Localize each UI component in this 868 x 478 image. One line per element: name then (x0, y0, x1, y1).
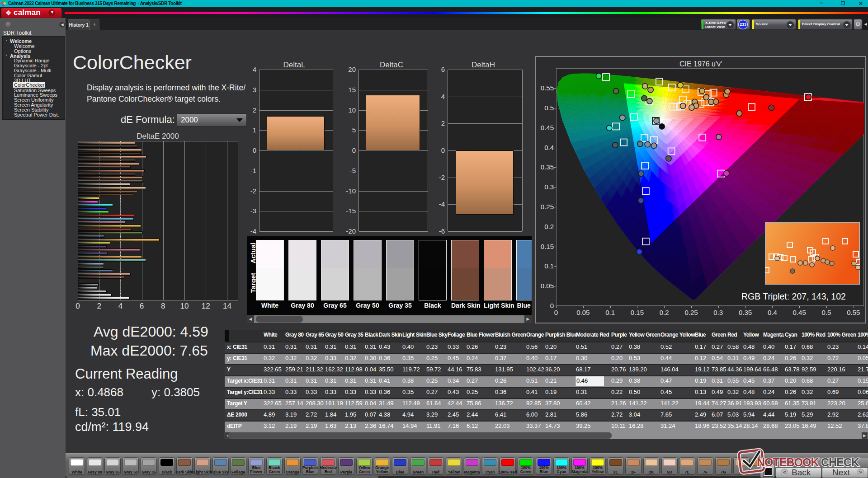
svg-text:CHECK: CHECK (821, 456, 859, 469)
svg-text:NOTEBOOK: NOTEBOOK (757, 456, 819, 469)
